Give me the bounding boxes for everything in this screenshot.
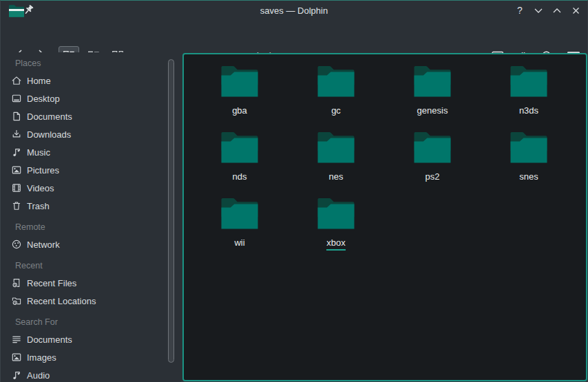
recent-folder-icon bbox=[11, 295, 22, 306]
sidebar-item-label: Pictures bbox=[27, 165, 59, 176]
sidebar-item-label: Network bbox=[27, 240, 60, 250]
folder-icon bbox=[316, 64, 356, 98]
sidebar-item-label: Images bbox=[27, 352, 56, 363]
folder-grid: gba gc genesis n3ds nds nes bbox=[191, 60, 581, 258]
section-header-recent: Recent bbox=[1, 259, 181, 273]
sidebar-item-music[interactable]: Music bbox=[1, 143, 181, 161]
network-icon bbox=[11, 239, 22, 250]
sidebar-item-label: Documents bbox=[27, 112, 72, 122]
desktop-icon bbox=[11, 93, 22, 104]
titlebar: saves — Dolphin ? bbox=[1, 1, 587, 20]
folder-item-gc[interactable]: gc bbox=[288, 60, 384, 126]
close-icon[interactable] bbox=[569, 4, 582, 17]
dolphin-window: saves — Dolphin ? bbox=[0, 0, 588, 382]
sidebar-item-search-audio[interactable]: Audio bbox=[1, 366, 181, 382]
folder-item-xbox[interactable]: xbox bbox=[288, 192, 384, 258]
recent-file-icon bbox=[11, 277, 22, 288]
music-icon bbox=[11, 147, 22, 158]
folder-label: genesis bbox=[417, 105, 448, 118]
folder-label: snes bbox=[519, 171, 538, 184]
folder-item-ps2[interactable]: ps2 bbox=[384, 126, 481, 192]
help-icon[interactable]: ? bbox=[514, 4, 526, 17]
folder-icon bbox=[220, 64, 260, 98]
sidebar-item-home[interactable]: Home bbox=[1, 72, 181, 89]
section-header-search-for: Search For bbox=[1, 315, 181, 329]
sidebar-item-network[interactable]: Network bbox=[1, 235, 181, 253]
sidebar-item-label: Downloads bbox=[27, 129, 71, 140]
minimize-icon[interactable] bbox=[532, 4, 545, 17]
folder-item-wii[interactable]: wii bbox=[191, 192, 288, 258]
sidebar-item-label: Recent Locations bbox=[27, 296, 96, 306]
places-panel: Places Home Desktop Documents Downloads … bbox=[1, 52, 181, 382]
section-header-remote: Remote bbox=[1, 220, 181, 234]
sidebar-item-label: Audio bbox=[27, 370, 50, 381]
sidebar-item-label: Desktop bbox=[27, 94, 60, 104]
folder-label: nds bbox=[233, 171, 247, 184]
folder-item-nds[interactable]: nds bbox=[191, 126, 288, 192]
document-icon bbox=[11, 111, 22, 122]
folder-icon bbox=[509, 64, 549, 98]
sidebar-item-pictures[interactable]: Pictures bbox=[1, 161, 181, 179]
sidebar-item-videos[interactable]: Videos bbox=[1, 179, 181, 197]
sidebar-item-label: Home bbox=[27, 76, 51, 86]
image-icon bbox=[11, 165, 22, 176]
sidebar-scrollbar[interactable] bbox=[168, 59, 174, 363]
folder-label: gc bbox=[331, 105, 341, 118]
folder-icon bbox=[220, 130, 260, 165]
folder-label: nes bbox=[329, 171, 344, 184]
sidebar-item-label: Recent Files bbox=[27, 278, 76, 288]
toolbar: Home retrodeck saves Split bbox=[1, 20, 587, 52]
folder-icon bbox=[316, 196, 356, 231]
music-icon bbox=[11, 370, 22, 381]
sidebar-item-recent-locations[interactable]: Recent Locations bbox=[1, 292, 181, 310]
sidebar-item-documents[interactable]: Documents bbox=[1, 107, 181, 125]
home-icon bbox=[11, 75, 22, 86]
folder-icon bbox=[412, 64, 452, 98]
trash-icon bbox=[11, 200, 22, 211]
folder-label: ps2 bbox=[426, 171, 440, 184]
image-icon bbox=[11, 352, 22, 363]
folder-label: n3ds bbox=[519, 105, 538, 118]
folder-item-gba[interactable]: gba bbox=[191, 60, 288, 126]
window-title: saves — Dolphin bbox=[1, 1, 587, 20]
folder-icon bbox=[509, 130, 549, 165]
folder-item-nes[interactable]: nes bbox=[288, 126, 384, 192]
sidebar-item-trash[interactable]: Trash bbox=[1, 197, 181, 215]
sidebar-item-label: Music bbox=[27, 147, 50, 158]
folder-icon bbox=[412, 130, 452, 165]
window-controls: ? bbox=[514, 1, 582, 20]
sidebar-item-label: Documents bbox=[27, 335, 72, 345]
folder-item-n3ds[interactable]: n3ds bbox=[481, 60, 577, 126]
video-icon bbox=[11, 182, 22, 193]
sidebar-item-downloads[interactable]: Downloads bbox=[1, 125, 181, 143]
folder-view[interactable]: gba gc genesis n3ds nds nes bbox=[182, 53, 587, 381]
sidebar-item-desktop[interactable]: Desktop bbox=[1, 89, 181, 107]
sidebar-item-label: Videos bbox=[27, 183, 54, 193]
sidebar-item-search-documents[interactable]: Documents bbox=[1, 330, 181, 348]
download-icon bbox=[11, 129, 22, 140]
folder-item-snes[interactable]: snes bbox=[481, 126, 577, 192]
section-header-places: Places bbox=[1, 56, 181, 70]
folder-label: wii bbox=[234, 237, 244, 251]
sidebar-item-label: Trash bbox=[27, 201, 50, 211]
folder-icon bbox=[220, 196, 260, 231]
folder-icon bbox=[316, 130, 356, 165]
maximize-icon[interactable] bbox=[551, 4, 563, 17]
folder-label: gba bbox=[232, 105, 247, 118]
folder-label: xbox bbox=[326, 237, 345, 251]
text-lines-icon bbox=[11, 334, 22, 345]
folder-item-genesis[interactable]: genesis bbox=[384, 60, 481, 126]
sidebar-item-search-images[interactable]: Images bbox=[1, 348, 181, 366]
sidebar-item-recent-files[interactable]: Recent Files bbox=[1, 274, 181, 292]
